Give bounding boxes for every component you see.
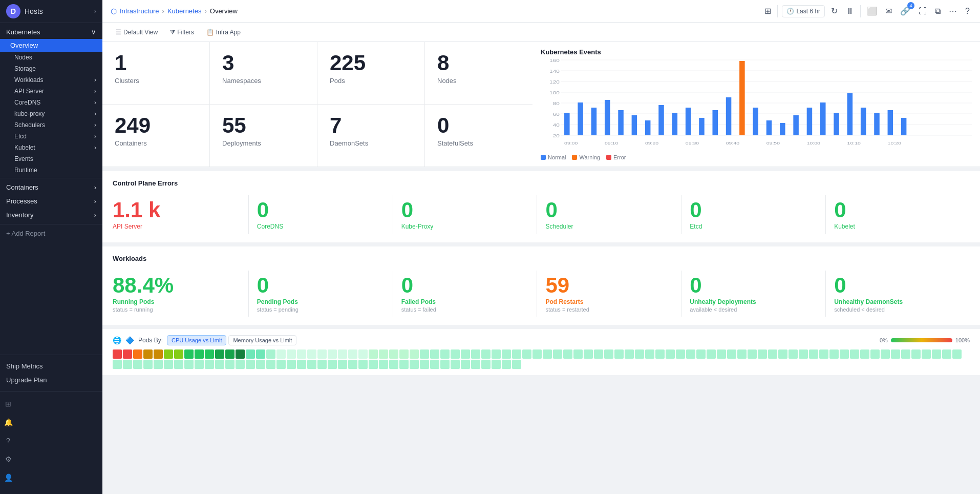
pod-cell[interactable] (758, 349, 767, 359)
pod-cell[interactable] (389, 360, 398, 369)
pod-cell[interactable] (246, 349, 255, 359)
pod-cell[interactable] (317, 349, 327, 359)
pods-toggle-memory[interactable]: Memory Usage vs Limit (228, 335, 296, 345)
pod-cell[interactable] (123, 360, 132, 369)
pod-cell[interactable] (379, 349, 388, 359)
pod-cell[interactable] (164, 349, 173, 359)
pod-cell[interactable] (225, 349, 235, 359)
sidebar-item-processes[interactable]: Processes › (0, 194, 102, 208)
pod-cell[interactable] (696, 349, 706, 359)
pod-cell[interactable] (686, 349, 695, 359)
sidebar-user-icon[interactable]: 👤 (0, 469, 16, 486)
pod-cell[interactable] (573, 349, 583, 359)
grid-icon[interactable]: ⊞ (762, 4, 773, 18)
monitor-icon[interactable]: ⬜ (865, 4, 879, 18)
pod-cell[interactable] (829, 349, 839, 359)
pods-toggle-cpu[interactable]: CPU Usage vs Limit (167, 335, 226, 345)
pod-cell[interactable] (451, 349, 460, 359)
sidebar-item-schedulers[interactable]: Schedulers › (0, 119, 102, 131)
pod-cell[interactable] (184, 360, 194, 369)
sidebar-bell-icon[interactable]: 🔔 (0, 414, 16, 430)
pod-cell[interactable] (113, 349, 122, 359)
help-icon[interactable]: ? (963, 5, 972, 18)
pod-cell[interactable] (225, 360, 235, 369)
pod-cell[interactable] (369, 360, 378, 369)
pod-cell[interactable] (655, 349, 665, 359)
more-icon[interactable]: ⋯ (947, 4, 959, 18)
breadcrumb-infrastructure[interactable]: Infrastructure (120, 7, 159, 15)
fullscreen-icon[interactable]: ⛶ (917, 5, 929, 18)
pod-cell[interactable] (143, 360, 153, 369)
time-range-selector[interactable]: 🕐 Last 6 hr (782, 5, 825, 17)
pod-cell[interactable] (891, 349, 900, 359)
pod-cell[interactable] (430, 349, 439, 359)
pod-cell[interactable] (276, 349, 286, 359)
pod-cell[interactable] (942, 349, 951, 359)
pod-cell[interactable] (358, 349, 368, 359)
pod-cell[interactable] (287, 349, 296, 359)
pod-cell[interactable] (737, 349, 747, 359)
pod-cell[interactable] (143, 349, 153, 359)
pod-cell[interactable] (584, 349, 593, 359)
pod-cell[interactable] (481, 360, 491, 369)
pod-cell[interactable] (338, 349, 347, 359)
pod-cell[interactable] (471, 349, 480, 359)
pod-cell[interactable] (195, 349, 204, 359)
sidebar-item-inventory[interactable]: Inventory › (0, 208, 102, 222)
pod-cell[interactable] (328, 349, 337, 359)
pod-cell[interactable] (369, 349, 378, 359)
subnav-filters[interactable]: ⧩ Filters (165, 26, 199, 38)
pod-cell[interactable] (502, 360, 511, 369)
pod-cell[interactable] (154, 360, 163, 369)
pod-cell[interactable] (481, 349, 491, 359)
pod-cell[interactable] (461, 349, 470, 359)
pod-cell[interactable] (399, 360, 409, 369)
pod-cell[interactable] (113, 360, 122, 369)
pod-cell[interactable] (911, 349, 921, 359)
pod-cell[interactable] (154, 349, 163, 359)
pod-cell[interactable] (430, 360, 439, 369)
pod-cell[interactable] (717, 349, 726, 359)
pod-cell[interactable] (358, 360, 368, 369)
pod-cell[interactable] (338, 360, 347, 369)
sidebar-collapse-icon[interactable]: › (94, 8, 96, 15)
pause-icon[interactable]: ⏸ (844, 5, 856, 18)
sidebar-ship-metrics[interactable]: Ship Metrics (0, 359, 102, 373)
pod-cell[interactable] (307, 360, 316, 369)
pod-cell[interactable] (676, 349, 685, 359)
sidebar-item-events[interactable]: Events (0, 153, 102, 164)
pod-cell[interactable] (246, 360, 255, 369)
pod-cell[interactable] (625, 349, 634, 359)
pod-cell[interactable] (348, 360, 357, 369)
pod-cell[interactable] (809, 349, 818, 359)
sidebar-item-kube-proxy[interactable]: kube-proxy › (0, 108, 102, 119)
pod-cell[interactable] (860, 349, 869, 359)
pod-cell[interactable] (389, 349, 398, 359)
pod-cell[interactable] (512, 360, 521, 369)
pod-cell[interactable] (256, 360, 265, 369)
pod-cell[interactable] (174, 360, 183, 369)
breadcrumb-kubernetes[interactable]: Kubernetes (167, 7, 202, 15)
pod-cell[interactable] (901, 349, 910, 359)
pod-cell[interactable] (532, 349, 542, 359)
sidebar-item-coredns[interactable]: CoreDNS › (0, 97, 102, 108)
pod-cell[interactable] (778, 349, 787, 359)
pod-cell[interactable] (399, 349, 409, 359)
sidebar-item-overview[interactable]: Overview (0, 39, 102, 52)
subnav-infra-app[interactable]: 📋 Infra App (201, 26, 246, 38)
pod-cell[interactable] (594, 349, 603, 359)
pod-cell[interactable] (492, 360, 501, 369)
email-icon[interactable]: ✉ (883, 4, 894, 18)
pod-cell[interactable] (727, 349, 736, 359)
pod-cell[interactable] (164, 360, 173, 369)
pod-cell[interactable] (420, 349, 429, 359)
pod-cell[interactable] (563, 349, 572, 359)
pod-cell[interactable] (789, 349, 798, 359)
pod-cell[interactable] (707, 349, 716, 359)
pod-cell[interactable] (768, 349, 777, 359)
pod-cell[interactable] (195, 360, 204, 369)
sidebar-add-report[interactable]: + Add Report (0, 224, 102, 242)
pod-cell[interactable] (850, 349, 859, 359)
pod-cell[interactable] (215, 360, 224, 369)
pod-cell[interactable] (410, 349, 419, 359)
